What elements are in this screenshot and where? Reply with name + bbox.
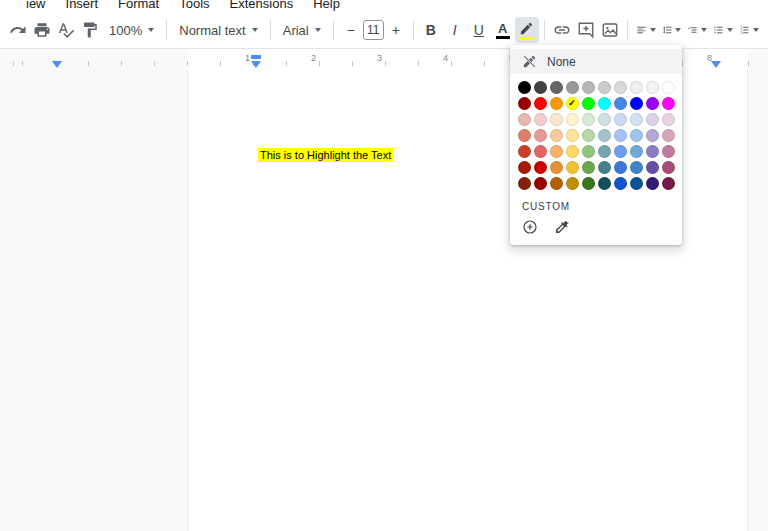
color-swatch[interactable] bbox=[660, 79, 676, 95]
color-swatch[interactable] bbox=[564, 159, 580, 175]
increase-font-size-button[interactable]: + bbox=[384, 17, 408, 43]
insert-image-button[interactable] bbox=[598, 17, 622, 43]
color-swatch[interactable] bbox=[612, 79, 628, 95]
paragraph-style-select[interactable]: Normal text bbox=[172, 17, 264, 43]
color-swatch[interactable] bbox=[580, 159, 596, 175]
color-swatch[interactable] bbox=[564, 79, 580, 95]
color-swatch[interactable] bbox=[580, 95, 596, 111]
color-swatch[interactable] bbox=[516, 127, 532, 143]
color-swatch[interactable] bbox=[580, 79, 596, 95]
color-swatch[interactable] bbox=[644, 159, 660, 175]
color-swatch[interactable] bbox=[564, 175, 580, 191]
menu-item[interactable]: Tools bbox=[179, 0, 209, 12]
numbered-list-button[interactable]: 123 bbox=[736, 17, 762, 43]
color-swatch[interactable] bbox=[532, 175, 548, 191]
menu-item[interactable]: iew bbox=[26, 0, 46, 12]
color-swatch[interactable] bbox=[532, 79, 548, 95]
add-custom-color-button[interactable] bbox=[520, 217, 540, 237]
color-swatch[interactable] bbox=[580, 111, 596, 127]
color-swatch[interactable] bbox=[612, 95, 628, 111]
color-swatch[interactable] bbox=[548, 79, 564, 95]
color-swatch[interactable] bbox=[548, 143, 564, 159]
underline-button[interactable]: U bbox=[467, 17, 491, 43]
text-color-button[interactable]: A bbox=[491, 17, 515, 43]
insert-link-button[interactable] bbox=[550, 17, 574, 43]
italic-button[interactable]: I bbox=[443, 17, 467, 43]
color-swatch[interactable] bbox=[564, 111, 580, 127]
color-swatch[interactable] bbox=[628, 143, 644, 159]
menu-item[interactable]: Format bbox=[118, 0, 159, 12]
color-swatch[interactable] bbox=[564, 127, 580, 143]
color-swatch[interactable] bbox=[596, 175, 612, 191]
color-swatch[interactable] bbox=[532, 95, 548, 111]
color-swatch[interactable] bbox=[548, 95, 564, 111]
add-comment-button[interactable] bbox=[574, 17, 598, 43]
color-swatch[interactable] bbox=[548, 127, 564, 143]
color-swatch[interactable] bbox=[580, 175, 596, 191]
color-swatch[interactable] bbox=[644, 79, 660, 95]
paint-format-button[interactable] bbox=[78, 17, 102, 43]
color-swatch[interactable] bbox=[596, 143, 612, 159]
highlight-none-option[interactable]: None bbox=[510, 49, 682, 74]
color-swatch[interactable] bbox=[548, 159, 564, 175]
color-swatch[interactable] bbox=[596, 111, 612, 127]
color-swatch[interactable] bbox=[516, 143, 532, 159]
font-size-input[interactable]: 11 bbox=[363, 20, 384, 40]
color-swatch[interactable] bbox=[644, 127, 660, 143]
color-swatch[interactable] bbox=[628, 111, 644, 127]
color-swatch[interactable] bbox=[612, 175, 628, 191]
spellcheck-button[interactable] bbox=[54, 17, 78, 43]
color-swatch[interactable] bbox=[612, 127, 628, 143]
decrease-font-size-button[interactable]: − bbox=[339, 17, 363, 43]
menu-item[interactable]: Insert bbox=[66, 0, 99, 12]
color-swatch[interactable] bbox=[628, 95, 644, 111]
color-swatch[interactable] bbox=[660, 95, 676, 111]
color-swatch[interactable] bbox=[548, 111, 564, 127]
left-indent-marker[interactable] bbox=[251, 61, 261, 68]
color-swatch[interactable] bbox=[660, 111, 676, 127]
color-swatch[interactable] bbox=[516, 111, 532, 127]
zoom-select[interactable]: 100% bbox=[102, 17, 161, 43]
color-swatch[interactable] bbox=[532, 111, 548, 127]
color-swatch[interactable] bbox=[596, 79, 612, 95]
color-swatch[interactable] bbox=[644, 111, 660, 127]
color-swatch[interactable] bbox=[628, 127, 644, 143]
menu-item[interactable]: Extensions bbox=[230, 0, 294, 12]
checklist-button[interactable] bbox=[684, 17, 710, 43]
color-swatch[interactable] bbox=[644, 143, 660, 159]
color-swatch[interactable] bbox=[628, 175, 644, 191]
color-swatch[interactable] bbox=[580, 127, 596, 143]
print-button[interactable] bbox=[30, 17, 54, 43]
line-spacing-button[interactable] bbox=[659, 17, 685, 43]
color-swatch[interactable] bbox=[548, 175, 564, 191]
color-swatch[interactable] bbox=[564, 143, 580, 159]
color-swatch[interactable] bbox=[532, 127, 548, 143]
bulleted-list-button[interactable] bbox=[710, 17, 736, 43]
color-swatch[interactable] bbox=[532, 159, 548, 175]
color-swatch[interactable] bbox=[516, 159, 532, 175]
color-swatch[interactable] bbox=[660, 143, 676, 159]
menu-item[interactable]: Help bbox=[313, 0, 340, 12]
color-swatch[interactable] bbox=[628, 159, 644, 175]
highlighted-text[interactable]: This is to Highlight the Text bbox=[258, 148, 393, 162]
color-swatch[interactable]: ✓ bbox=[564, 95, 580, 111]
color-swatch[interactable] bbox=[596, 95, 612, 111]
color-swatch[interactable] bbox=[612, 159, 628, 175]
color-swatch[interactable] bbox=[660, 159, 676, 175]
color-swatch[interactable] bbox=[612, 111, 628, 127]
color-swatch[interactable] bbox=[580, 143, 596, 159]
color-swatch[interactable] bbox=[596, 127, 612, 143]
first-line-indent-marker[interactable] bbox=[251, 55, 261, 59]
color-swatch[interactable] bbox=[516, 79, 532, 95]
color-swatch[interactable] bbox=[660, 175, 676, 191]
color-swatch[interactable] bbox=[516, 95, 532, 111]
align-button[interactable] bbox=[633, 17, 659, 43]
color-swatch[interactable] bbox=[628, 79, 644, 95]
font-family-select[interactable]: Arial bbox=[276, 17, 328, 43]
color-swatch[interactable] bbox=[660, 127, 676, 143]
color-swatch[interactable] bbox=[516, 175, 532, 191]
bold-button[interactable]: B bbox=[419, 17, 443, 43]
color-swatch[interactable] bbox=[612, 143, 628, 159]
color-swatch[interactable] bbox=[532, 143, 548, 159]
color-swatch[interactable] bbox=[644, 95, 660, 111]
